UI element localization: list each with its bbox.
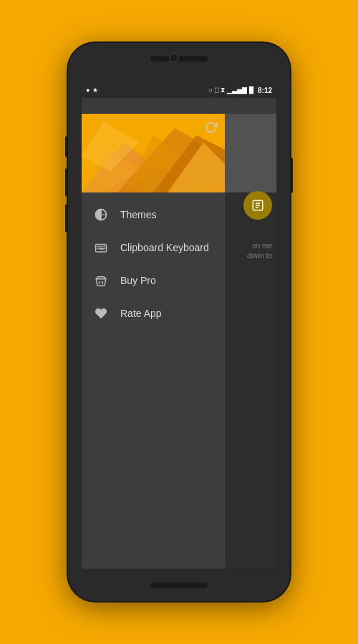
menu-item-rate-app[interactable]: Rate App [82, 297, 225, 330]
menu-item-themes[interactable]: Themes [82, 198, 225, 231]
themes-label: Themes [120, 209, 157, 220]
status-right-icons: ○ ⎕ ⧗ ▁▃▅▇ ▉ 8:12 [209, 87, 272, 94]
signal-bars-icon: ▁▃▅▇ [227, 87, 247, 94]
fab-button[interactable] [243, 191, 272, 220]
volume-down-button[interactable] [65, 168, 68, 197]
volume-up-button[interactable] [65, 136, 68, 157]
screen-content: on me down to [82, 98, 276, 569]
clipboard-label: Clipboard Keyboard [120, 242, 209, 253]
menu-item-clipboard[interactable]: Clipboard Keyboard [82, 231, 225, 264]
signal-circle-icon: ○ [209, 87, 213, 94]
speaker-top [150, 56, 208, 62]
notification-icon: ★ [92, 87, 98, 94]
keyboard-icon [93, 240, 109, 255]
power-button[interactable] [290, 157, 293, 193]
navigation-drawer: Themes [82, 114, 225, 569]
menu-item-buy-pro[interactable]: Buy Pro [82, 264, 225, 297]
rate-app-label: Rate App [120, 308, 162, 319]
battery-full-icon: ⎕ [215, 87, 218, 94]
front-camera [169, 53, 179, 63]
themes-icon [93, 207, 109, 223]
phone-device: ● ★ ○ ⎕ ⧗ ▁▃▅▇ ▉ 8:12 [68, 43, 290, 601]
shopping-basket-icon [93, 273, 109, 288]
drawer-scrim[interactable] [225, 114, 276, 569]
heart-icon [93, 306, 109, 321]
status-left-icons: ● ★ [86, 87, 98, 94]
menu-item-list: Themes [82, 192, 225, 336]
status-bar: ● ★ ○ ⎕ ⧗ ▁▃▅▇ ▉ 8:12 [82, 82, 276, 98]
status-time: 8:12 [258, 87, 272, 94]
speaker-bottom [150, 582, 208, 588]
clock-icon: ⧗ [221, 87, 225, 94]
phone-screen: ● ★ ○ ⎕ ⧗ ▁▃▅▇ ▉ 8:12 [82, 82, 276, 569]
buy-pro-label: Buy Pro [120, 275, 156, 286]
menu-header-wallpaper [82, 114, 225, 192]
wifi-icon: ● [86, 87, 90, 94]
battery-icon: ▉ [249, 87, 254, 94]
mute-button[interactable] [65, 204, 68, 233]
refresh-button[interactable] [200, 117, 222, 138]
